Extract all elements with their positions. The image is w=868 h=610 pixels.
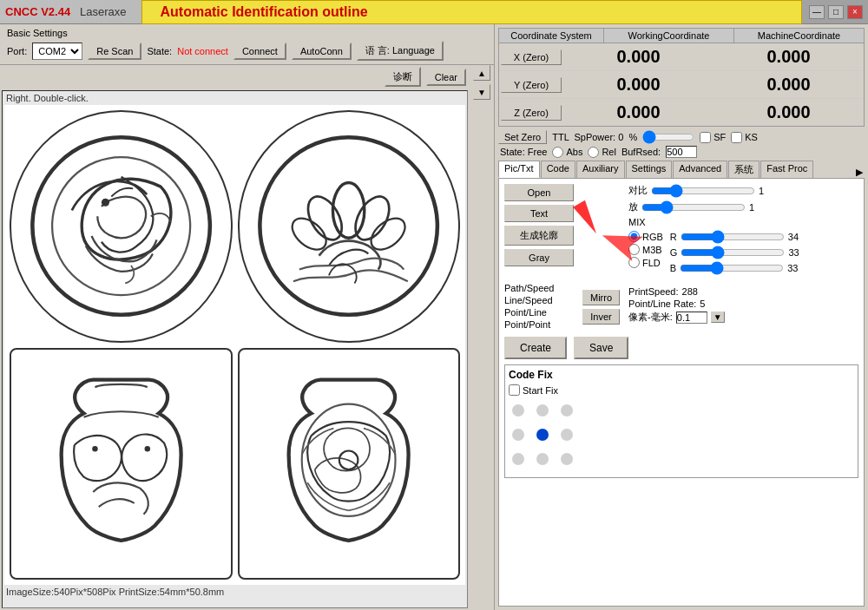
scroll-down-button[interactable]: ▼: [473, 84, 490, 100]
fld-radio[interactable]: [628, 257, 640, 268]
tab-auxiliary[interactable]: Auxiliary: [576, 161, 625, 178]
abs-radio[interactable]: [552, 147, 563, 158]
sf-checkbox[interactable]: [700, 132, 711, 143]
state-row: State: Free Abs Rel BufRsed:: [498, 146, 865, 158]
rel-label: Rel: [602, 147, 616, 157]
mirror-invert-buttons: Mirro Inver: [582, 283, 620, 331]
dot-2-0[interactable]: [512, 453, 524, 465]
b-slider-row: B 33: [670, 262, 799, 274]
rgb-radio[interactable]: [628, 231, 640, 242]
working-coord-label: WorkingCoordinate: [604, 29, 734, 43]
x-zero-button[interactable]: X (Zero): [501, 49, 562, 65]
dot-2-1[interactable]: [536, 453, 549, 465]
tab-pic-txt[interactable]: Pic/Txt: [498, 161, 540, 178]
m3b-radio[interactable]: [628, 244, 640, 255]
g-slider[interactable]: [681, 246, 785, 259]
tab-settings[interactable]: Settings: [626, 161, 673, 178]
tab-system[interactable]: 系统: [728, 161, 760, 178]
coord-row-z: Z (Zero) 0.000 0.000: [499, 99, 864, 126]
minimize-button[interactable]: —: [809, 5, 825, 19]
path-speed-row: Path/Speed: [504, 283, 574, 293]
invert-button[interactable]: Inver: [582, 309, 620, 325]
contrast-row: 对比 1: [628, 184, 858, 197]
text-button[interactable]: Text: [504, 205, 574, 222]
g-value: 33: [788, 247, 799, 258]
abs-label: Abs: [566, 147, 582, 157]
pixel-label: 像素-毫米:: [628, 311, 673, 324]
start-fix-checkbox[interactable]: [509, 384, 520, 396]
point-line-rate-label: Point/Line Rate:: [628, 298, 696, 309]
connect-button[interactable]: Connect: [233, 43, 286, 60]
dot-1-1[interactable]: [536, 429, 549, 441]
ttl-label: TTL SpPower: 0 %: [552, 132, 637, 142]
create-save-row: Create Save: [504, 337, 858, 359]
dot-0-1[interactable]: [536, 404, 549, 417]
z-working-value: 0.000: [563, 99, 713, 126]
tab-code[interactable]: Code: [541, 161, 575, 178]
print-speed-label: PrintSpeed:: [628, 286, 678, 297]
pixel-dropdown-button[interactable]: ▼: [711, 312, 725, 323]
save-button[interactable]: Save: [574, 337, 628, 359]
dot-2-2[interactable]: [561, 453, 573, 465]
app-name: CNCC V2.44: [5, 5, 70, 18]
rel-radio[interactable]: [588, 147, 599, 158]
maximize-button[interactable]: □: [828, 5, 844, 19]
set-zero-button[interactable]: Set Zero: [498, 130, 547, 144]
bufspeed-input[interactable]: [666, 146, 697, 158]
x-working-value: 0.000: [563, 43, 713, 70]
dot-0-2[interactable]: [561, 404, 573, 417]
diag-button[interactable]: 诊断: [385, 67, 421, 87]
port-label: Port:: [7, 46, 27, 56]
open-button[interactable]: Open: [504, 184, 574, 201]
z-zero-button[interactable]: Z (Zero): [501, 105, 562, 121]
point-line-label: Point/Line: [504, 307, 574, 318]
svg-point-2: [102, 199, 109, 207]
autoconn-button[interactable]: AutoConn: [292, 43, 352, 60]
scroll-up-button[interactable]: ▲: [473, 65, 490, 81]
rescan-button[interactable]: Re Scan: [88, 43, 141, 60]
create-button[interactable]: Create: [504, 337, 567, 359]
pixel-input[interactable]: [676, 312, 707, 324]
mix-row: MIX: [628, 217, 858, 227]
y-zero-button[interactable]: Y (Zero): [501, 77, 562, 93]
b-slider[interactable]: [680, 262, 784, 274]
tab-advanced[interactable]: Advanced: [673, 161, 727, 178]
tab-scroll-right[interactable]: ▶: [854, 161, 865, 178]
svg-point-0: [32, 137, 210, 315]
medallion-svg: [250, 361, 447, 567]
svg-point-9: [92, 446, 97, 451]
start-fix-text: Start Fix: [523, 385, 558, 396]
ks-checkbox[interactable]: [731, 132, 742, 143]
bufspeed-label: BufRsed:: [621, 147, 661, 157]
generate-outline-button[interactable]: 生成轮廓: [504, 226, 574, 246]
main-container: Basic Settings Port: COM2 COM1 COM3 Re S…: [0, 24, 868, 610]
r-slider-row: R 34: [670, 231, 799, 243]
port-select[interactable]: COM2 COM1 COM3: [32, 43, 82, 60]
point-line-row: Point/Line: [504, 307, 574, 318]
r-slider[interactable]: [681, 231, 785, 243]
dot-0-0[interactable]: [512, 404, 524, 417]
artwork-top-right: [238, 110, 461, 343]
contrast-slider[interactable]: [651, 185, 755, 197]
x-machine-value: 0.000: [713, 43, 864, 70]
dot-1-0[interactable]: [512, 429, 524, 441]
coordinate-section: Coordinate System WorkingCoordinate Mach…: [498, 28, 865, 127]
code-fix-grid: [512, 404, 578, 470]
side-arrows: ▲ ▼: [473, 65, 490, 100]
mirror-button[interactable]: Mirro: [582, 290, 620, 305]
dot-1-2[interactable]: [561, 429, 573, 441]
clear-button[interactable]: Clear: [426, 69, 466, 86]
gray-button[interactable]: Gray: [504, 249, 574, 266]
path-labels: Path/Speed Line/Speed Point/Line Point/P…: [504, 283, 574, 331]
brightness-slider[interactable]: [641, 201, 746, 213]
r-label: R: [670, 232, 677, 242]
abs-radio-label: Abs: [552, 147, 582, 158]
basic-settings-label: Basic Settings: [7, 28, 487, 38]
tab-fast-proc[interactable]: Fast Proc: [760, 161, 813, 178]
sliders-area: 对比 1 放 1 MIX: [581, 184, 858, 278]
language-button[interactable]: 语 言: Language: [357, 41, 444, 61]
color-mode-group: RGB M3B FLD: [628, 231, 663, 268]
coord-header: Coordinate System WorkingCoordinate Mach…: [499, 29, 864, 43]
close-button[interactable]: ×: [847, 5, 863, 19]
sppower-slider[interactable]: [642, 132, 694, 142]
